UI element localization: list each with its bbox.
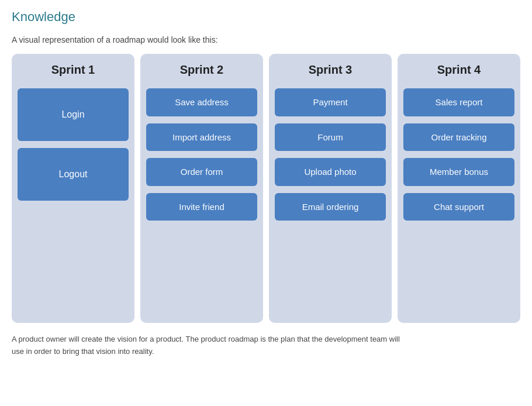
feature-btn-s4-f3[interactable]: Member bonus [403,158,514,186]
feature-btn-s2-f4[interactable]: Invite friend [146,193,257,221]
page-title: Knowledge [12,9,520,25]
feature-btn-s1-f1[interactable]: Login [18,88,129,141]
sprint-column-4: Sprint 4Sales reportOrder trackingMember… [398,54,520,323]
intro-text: A visual representation of a roadmap wou… [12,35,520,44]
feature-btn-s2-f2[interactable]: Import address [146,123,257,152]
footer-text: A product owner will create the vision f… [12,333,409,358]
feature-btn-s2-f3[interactable]: Order form [146,158,257,186]
sprint-column-3: Sprint 3PaymentForumUpload photoEmail or… [269,54,392,323]
feature-btn-s4-f4[interactable]: Chat support [403,193,514,221]
sprint-title-1: Sprint 1 [51,63,95,77]
sprint-column-2: Sprint 2Save addressImport addressOrder … [140,54,263,323]
feature-btn-s3-f3[interactable]: Upload photo [275,158,386,186]
sprint-title-3: Sprint 3 [309,63,352,77]
sprint-title-2: Sprint 2 [180,63,223,77]
feature-btn-s1-f2[interactable]: Logout [18,148,129,201]
feature-btn-s3-f2[interactable]: Forum [275,123,386,152]
feature-btn-s2-f1[interactable]: Save address [146,88,257,116]
feature-btn-s4-f2[interactable]: Order tracking [403,123,514,152]
feature-btn-s3-f4[interactable]: Email ordering [275,193,386,221]
sprint-title-4: Sprint 4 [437,63,481,77]
roadmap-container: Sprint 1LoginLogoutSprint 2Save addressI… [12,54,520,323]
feature-btn-s3-f1[interactable]: Payment [275,88,386,116]
feature-btn-s4-f1[interactable]: Sales report [403,88,514,116]
sprint-column-1: Sprint 1LoginLogout [12,54,134,323]
